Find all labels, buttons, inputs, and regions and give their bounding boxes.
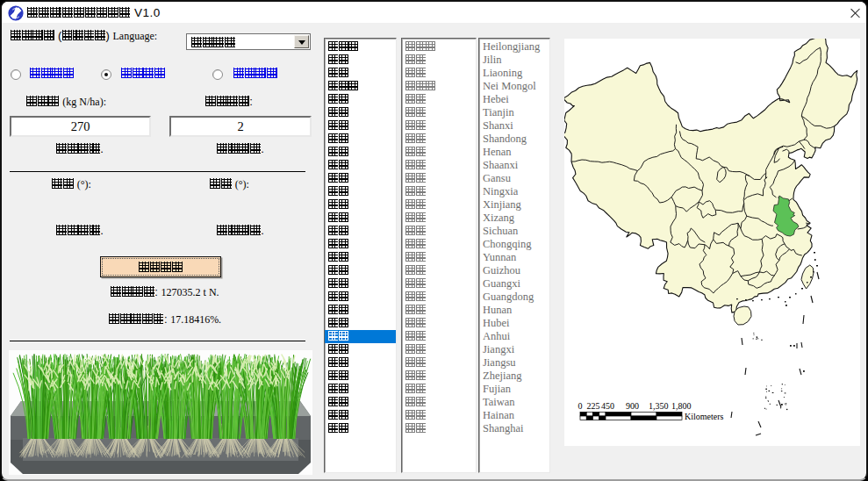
svg-text:225: 225 [587,401,600,411]
svg-text:0: 0 [578,401,583,411]
svg-text:Kilometers: Kilometers [685,412,724,421]
svg-text:900: 900 [626,401,639,411]
svg-text:450: 450 [601,401,614,411]
svg-text:1,350: 1,350 [649,401,669,411]
svg-text:1,800: 1,800 [671,401,692,411]
